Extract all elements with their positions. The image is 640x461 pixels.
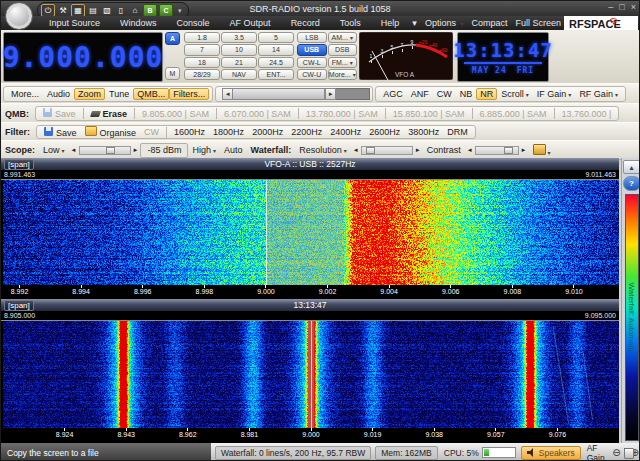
slider-right-icon[interactable]: ► (131, 147, 141, 153)
tune-scrollbar[interactable]: ◄ ► (222, 88, 370, 100)
toolbar-button-qmb[interactable]: QMB... (133, 88, 169, 100)
dsp-button-nb[interactable]: NB (456, 88, 477, 100)
qmb-erase-button[interactable]: Erase (87, 108, 132, 120)
waterfall-top-display[interactable] (3, 180, 619, 285)
scrollbar-thumb[interactable] (233, 88, 325, 100)
slider-left-icon[interactable]: ◄ (351, 147, 361, 153)
scroll-left-icon[interactable]: ◄ (222, 88, 233, 100)
scroll-dropdown[interactable]: Scroll▾ (497, 88, 533, 100)
scroll-right-icon[interactable]: ► (325, 88, 336, 100)
frequency-display[interactable]: 9.000.000 (3, 32, 163, 82)
filter-width-2400hz[interactable]: 2400Hz (326, 126, 365, 138)
filter-width-2000hz[interactable]: 2000Hz (248, 126, 287, 138)
toolbar-button-filters[interactable]: Filters... (169, 88, 209, 100)
scrollbar-track[interactable] (336, 88, 370, 100)
waterfall-bottom-display[interactable] (3, 321, 619, 428)
menu-record[interactable]: Record (281, 18, 330, 28)
memory-button[interactable]: M (165, 67, 180, 80)
dsp-button-anf[interactable]: ANF (407, 88, 433, 100)
if-gain-dropdown[interactable]: IF Gain▾ (533, 88, 576, 100)
band-button-10[interactable]: 10 (221, 44, 257, 55)
fullscreen-button[interactable]: Full Screen (515, 18, 561, 28)
mode-button-FM[interactable]: FM...▾ (328, 57, 358, 68)
dsp-button-nr[interactable]: NR (476, 88, 497, 100)
contrast-slider[interactable]: ◄ ► (465, 145, 529, 156)
rf-gain-dropdown[interactable]: RF Gain▾ (575, 88, 622, 100)
help-icon[interactable]: ? (623, 176, 640, 191)
slider-thumb[interactable] (504, 147, 513, 154)
filter-width-2600hz[interactable]: 2600Hz (365, 126, 404, 138)
qmb-memory-item[interactable]: 6.885.000 | SAM (476, 108, 551, 120)
menu-help[interactable]: Help (371, 18, 410, 28)
band-button-28/29[interactable]: 28/29 (184, 69, 220, 80)
menu-overflow-chevron[interactable]: ▾ (412, 18, 417, 28)
band-button-1.8[interactable]: 1.8 (184, 32, 220, 43)
menu-input-source[interactable]: Input Source (39, 18, 110, 28)
qmb-memory-item[interactable]: 13.780.000 | SAM (302, 108, 382, 120)
scope-high-dropdown[interactable]: High▾ (188, 144, 220, 156)
band-button-14[interactable]: 14 (258, 44, 294, 55)
scope-auto-button[interactable]: Auto (220, 144, 247, 156)
slider-left-icon[interactable]: ◄ (69, 147, 79, 153)
mode-button-CW-U[interactable]: CW-U (297, 69, 327, 80)
minimize-button[interactable]: – (608, 2, 613, 12)
band-button-NAV[interactable]: NAV (221, 69, 257, 80)
band-button-7[interactable]: 7 (184, 44, 220, 55)
qmb-memory-item[interactable]: 6.070.000 | SAM (220, 108, 295, 120)
qmb-save-button[interactable]: Save (39, 107, 80, 120)
menu-console[interactable]: Console (167, 18, 220, 28)
mode-button-AM[interactable]: AM...▾ (328, 32, 358, 43)
toolbar-button-more[interactable]: More... (7, 88, 43, 100)
dsp-button-agc[interactable]: AGC (379, 88, 407, 100)
maximize-button[interactable]: □ (619, 2, 624, 12)
band-button-18[interactable]: 18 (184, 57, 220, 68)
slider-thumb[interactable] (106, 147, 115, 154)
band-button-5[interactable]: 5 (258, 32, 294, 43)
filter-organise-button[interactable]: Organise (81, 125, 141, 139)
band-button-24.5[interactable]: 24.5 (258, 57, 294, 68)
qmb-memory-item[interactable]: 15.850.100 | SAM (389, 108, 469, 120)
slider-right-icon[interactable]: ► (519, 147, 529, 153)
close-button[interactable]: × (631, 2, 636, 12)
vfo-a-button[interactable]: A (165, 32, 180, 45)
band-button-21[interactable]: 21 (221, 57, 257, 68)
slider-thumb[interactable] (366, 147, 375, 154)
mode-button-CW-L[interactable]: CW-L (297, 57, 327, 68)
mode-button-More[interactable]: More...▾ (328, 69, 358, 80)
compact-button[interactable]: Compact (471, 18, 507, 28)
toolbar-button-zoom[interactable]: Zoom (74, 88, 105, 100)
slider-right-icon[interactable]: ► (413, 147, 423, 153)
slider-left-icon[interactable]: ◄ (465, 147, 475, 153)
mode-button-USB[interactable]: USB (297, 44, 327, 55)
filter-width-2200hz[interactable]: 2200Hz (287, 126, 326, 138)
scope-low-dropdown[interactable]: Low▾ (39, 144, 69, 156)
toolbar-button-audio[interactable]: Audio (43, 88, 74, 100)
options-menu[interactable]: Options ▾ (425, 18, 464, 28)
filter-width-1600hz[interactable]: 1600Hz (170, 126, 209, 138)
waterfall-resolution-dropdown[interactable]: Resolution▾ (295, 144, 351, 156)
volume-down-icon[interactable]: ⊖ (612, 447, 620, 458)
resolution-slider[interactable]: ◄ ► (351, 145, 423, 156)
collapse-button[interactable]: ▴ (623, 160, 640, 174)
qmb-memory-item[interactable]: 9.805.000 | SAM (138, 108, 213, 120)
mode-button-LSB[interactable]: LSB (297, 32, 327, 43)
app-logo[interactable] (5, 2, 33, 30)
scope-low-slider[interactable]: ◄ ► (69, 145, 141, 156)
band-button-3.5[interactable]: 3.5 (221, 32, 257, 43)
filter-width-drm[interactable]: DRM (443, 126, 472, 138)
menu-windows[interactable]: Windows (110, 18, 167, 28)
dsp-button-cw[interactable]: CW (433, 88, 456, 100)
speakers-button[interactable]: Speakers (521, 446, 581, 460)
filter-width-3800hz[interactable]: 3800Hz (404, 126, 443, 138)
toolbar-button-tune[interactable]: Tune (105, 88, 133, 100)
mode-button-DSB[interactable]: DSB (328, 44, 358, 55)
af-gain-thumb[interactable] (624, 448, 634, 459)
screenshot-button[interactable]: ▾ (529, 143, 555, 158)
band-button-ENT...[interactable]: ENT... (258, 69, 294, 80)
filter-save-button[interactable]: Save (40, 126, 81, 139)
menu-tools[interactable]: Tools (330, 18, 371, 28)
filter-width-1800hz[interactable]: 1800Hz (209, 126, 248, 138)
menu-af-output[interactable]: AF Output (220, 18, 281, 28)
filter-cw-button[interactable]: CW (140, 126, 163, 138)
qmb-memory-item[interactable]: 13.760.000 | (558, 108, 616, 120)
